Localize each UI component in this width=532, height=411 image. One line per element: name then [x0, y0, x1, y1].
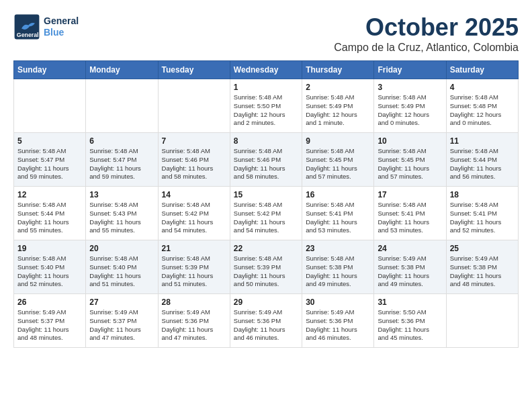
day-number: 28	[162, 298, 226, 307]
day-number: 22	[234, 244, 298, 253]
day-info: Sunrise: 5:48 AM Sunset: 5:42 PM Dayligh…	[162, 201, 226, 235]
calendar-cell: 31Sunrise: 5:50 AM Sunset: 5:36 PM Dayli…	[374, 294, 446, 348]
day-info: Sunrise: 5:49 AM Sunset: 5:36 PM Dayligh…	[306, 308, 370, 342]
day-number: 23	[306, 244, 370, 253]
calendar-cell: 17Sunrise: 5:48 AM Sunset: 5:41 PM Dayli…	[374, 187, 446, 240]
calendar-cell: 20Sunrise: 5:48 AM Sunset: 5:40 PM Dayli…	[86, 240, 158, 294]
logo-icon: General	[13, 13, 40, 40]
col-wednesday: Wednesday	[230, 61, 302, 79]
day-info: Sunrise: 5:49 AM Sunset: 5:38 PM Dayligh…	[378, 255, 442, 289]
day-info: Sunrise: 5:48 AM Sunset: 5:44 PM Dayligh…	[450, 147, 515, 181]
calendar-cell: 19Sunrise: 5:48 AM Sunset: 5:40 PM Dayli…	[14, 240, 86, 294]
col-thursday: Thursday	[302, 61, 374, 79]
logo: General General Blue	[13, 13, 79, 40]
col-friday: Friday	[374, 61, 446, 79]
calendar-cell: 4Sunrise: 5:48 AM Sunset: 5:48 PM Daylig…	[446, 79, 518, 133]
day-info: Sunrise: 5:49 AM Sunset: 5:36 PM Dayligh…	[162, 308, 226, 342]
day-info: Sunrise: 5:48 AM Sunset: 5:42 PM Dayligh…	[234, 201, 298, 235]
day-info: Sunrise: 5:48 AM Sunset: 5:46 PM Dayligh…	[162, 147, 226, 181]
day-info: Sunrise: 5:48 AM Sunset: 5:49 PM Dayligh…	[306, 93, 370, 128]
calendar-cell: 26Sunrise: 5:49 AM Sunset: 5:37 PM Dayli…	[14, 294, 86, 348]
day-number: 30	[306, 298, 370, 307]
day-info: Sunrise: 5:48 AM Sunset: 5:46 PM Dayligh…	[234, 147, 298, 181]
day-number: 20	[89, 244, 154, 253]
day-number: 11	[450, 136, 515, 146]
calendar-table: Sunday Monday Tuesday Wednesday Thursday…	[13, 60, 519, 348]
day-number: 12	[17, 190, 82, 199]
day-info: Sunrise: 5:48 AM Sunset: 5:41 PM Dayligh…	[306, 201, 370, 235]
calendar-cell: 7Sunrise: 5:48 AM Sunset: 5:46 PM Daylig…	[158, 133, 230, 187]
calendar-week-row: 1Sunrise: 5:48 AM Sunset: 5:50 PM Daylig…	[14, 79, 519, 133]
calendar-cell: 3Sunrise: 5:48 AM Sunset: 5:49 PM Daylig…	[374, 79, 446, 133]
calendar-cell: 21Sunrise: 5:48 AM Sunset: 5:39 PM Dayli…	[158, 240, 230, 294]
day-number: 27	[89, 298, 154, 307]
calendar-cell: 1Sunrise: 5:48 AM Sunset: 5:50 PM Daylig…	[230, 79, 302, 133]
day-number: 24	[378, 244, 442, 253]
day-info: Sunrise: 5:48 AM Sunset: 5:43 PM Dayligh…	[89, 201, 154, 235]
calendar-cell: 6Sunrise: 5:48 AM Sunset: 5:47 PM Daylig…	[86, 133, 158, 187]
svg-text:General: General	[17, 32, 39, 38]
calendar-cell: 27Sunrise: 5:49 AM Sunset: 5:37 PM Dayli…	[86, 294, 158, 348]
calendar-cell: 5Sunrise: 5:48 AM Sunset: 5:47 PM Daylig…	[14, 133, 86, 187]
logo-general-text: General	[44, 15, 79, 27]
month-title: October 2025	[334, 13, 519, 42]
col-tuesday: Tuesday	[158, 61, 230, 79]
calendar-cell: 15Sunrise: 5:48 AM Sunset: 5:42 PM Dayli…	[230, 187, 302, 240]
calendar-cell: 8Sunrise: 5:48 AM Sunset: 5:46 PM Daylig…	[230, 133, 302, 187]
calendar-cell: 18Sunrise: 5:48 AM Sunset: 5:41 PM Dayli…	[446, 187, 518, 240]
calendar-week-row: 12Sunrise: 5:48 AM Sunset: 5:44 PM Dayli…	[14, 187, 519, 240]
day-info: Sunrise: 5:48 AM Sunset: 5:45 PM Dayligh…	[306, 147, 370, 181]
calendar-header-row: Sunday Monday Tuesday Wednesday Thursday…	[14, 61, 519, 79]
day-number: 13	[89, 190, 154, 199]
day-number: 5	[17, 136, 82, 146]
calendar-cell	[14, 79, 86, 133]
day-number: 18	[450, 190, 515, 199]
calendar-week-row: 19Sunrise: 5:48 AM Sunset: 5:40 PM Dayli…	[14, 240, 519, 294]
day-info: Sunrise: 5:48 AM Sunset: 5:50 PM Dayligh…	[234, 93, 298, 128]
day-number: 15	[234, 190, 298, 199]
day-number: 2	[306, 83, 370, 92]
day-info: Sunrise: 5:48 AM Sunset: 5:39 PM Dayligh…	[162, 255, 226, 289]
day-info: Sunrise: 5:48 AM Sunset: 5:44 PM Dayligh…	[17, 201, 82, 235]
day-number: 19	[17, 244, 82, 253]
day-info: Sunrise: 5:48 AM Sunset: 5:45 PM Dayligh…	[378, 147, 442, 181]
location-title: Campo de la Cruz, Atlantico, Colombia	[334, 42, 519, 54]
calendar-cell: 25Sunrise: 5:49 AM Sunset: 5:38 PM Dayli…	[446, 240, 518, 294]
day-number: 8	[234, 136, 298, 146]
calendar-week-row: 5Sunrise: 5:48 AM Sunset: 5:47 PM Daylig…	[14, 133, 519, 187]
col-sunday: Sunday	[14, 61, 86, 79]
day-number: 17	[378, 190, 442, 199]
day-number: 16	[306, 190, 370, 199]
calendar-cell: 24Sunrise: 5:49 AM Sunset: 5:38 PM Dayli…	[374, 240, 446, 294]
day-info: Sunrise: 5:48 AM Sunset: 5:41 PM Dayligh…	[450, 201, 515, 235]
day-number: 4	[450, 83, 515, 92]
col-monday: Monday	[86, 61, 158, 79]
day-number: 25	[450, 244, 515, 253]
calendar-cell: 28Sunrise: 5:49 AM Sunset: 5:36 PM Dayli…	[158, 294, 230, 348]
calendar-cell: 13Sunrise: 5:48 AM Sunset: 5:43 PM Dayli…	[86, 187, 158, 240]
day-number: 9	[306, 136, 370, 146]
calendar-week-row: 26Sunrise: 5:49 AM Sunset: 5:37 PM Dayli…	[14, 294, 519, 348]
col-saturday: Saturday	[446, 61, 518, 79]
day-info: Sunrise: 5:49 AM Sunset: 5:36 PM Dayligh…	[234, 308, 298, 342]
calendar-cell: 14Sunrise: 5:48 AM Sunset: 5:42 PM Dayli…	[158, 187, 230, 240]
calendar-cell: 2Sunrise: 5:48 AM Sunset: 5:49 PM Daylig…	[302, 79, 374, 133]
day-info: Sunrise: 5:49 AM Sunset: 5:37 PM Dayligh…	[89, 308, 154, 342]
calendar-cell: 16Sunrise: 5:48 AM Sunset: 5:41 PM Dayli…	[302, 187, 374, 240]
day-info: Sunrise: 5:50 AM Sunset: 5:36 PM Dayligh…	[378, 308, 442, 342]
day-number: 1	[234, 83, 298, 92]
day-number: 14	[162, 190, 226, 199]
calendar-cell: 30Sunrise: 5:49 AM Sunset: 5:36 PM Dayli…	[302, 294, 374, 348]
logo-blue-text: Blue	[44, 27, 79, 38]
day-number: 29	[234, 298, 298, 307]
calendar-cell: 29Sunrise: 5:49 AM Sunset: 5:36 PM Dayli…	[230, 294, 302, 348]
day-number: 6	[89, 136, 154, 146]
day-info: Sunrise: 5:49 AM Sunset: 5:37 PM Dayligh…	[17, 308, 82, 342]
calendar-cell: 11Sunrise: 5:48 AM Sunset: 5:44 PM Dayli…	[446, 133, 518, 187]
calendar-cell: 22Sunrise: 5:48 AM Sunset: 5:39 PM Dayli…	[230, 240, 302, 294]
calendar-cell	[158, 79, 230, 133]
day-number: 31	[378, 298, 442, 307]
day-info: Sunrise: 5:48 AM Sunset: 5:47 PM Dayligh…	[17, 147, 82, 181]
day-number: 7	[162, 136, 226, 146]
calendar-cell	[446, 294, 518, 348]
